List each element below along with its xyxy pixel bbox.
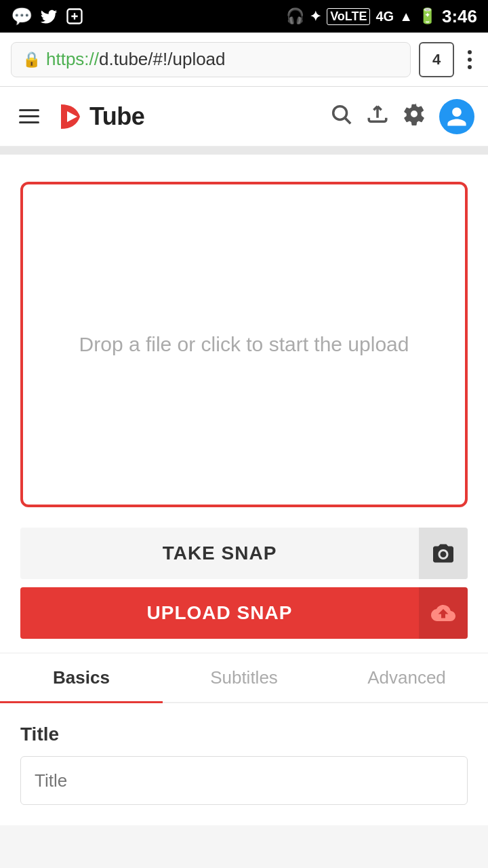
take-snap-button[interactable]: TAKE SNAP (20, 528, 468, 579)
logo: Tube (56, 102, 319, 132)
lock-icon: 🔒 (22, 51, 41, 68)
logo-text: Tube (89, 102, 144, 131)
volte-badge: VoLTE (327, 8, 370, 25)
header-icons (329, 99, 474, 134)
tabs-bar: Basics Subtitles Advanced (0, 654, 488, 703)
avatar-icon (445, 105, 468, 128)
signal-icon: ▲ (399, 9, 413, 24)
header-divider (0, 146, 488, 155)
battery-icon: 🔋 (418, 7, 436, 25)
bluetooth-icon: ✦ (310, 8, 321, 24)
upload-cloud-icon (419, 587, 468, 639)
chat-icon: 💬 (11, 6, 33, 27)
upload-icon[interactable] (366, 102, 389, 130)
twitter-icon (39, 7, 58, 26)
tab-advanced[interactable]: Advanced (325, 654, 488, 702)
upload-snap-label: UPLOAD SNAP (20, 602, 419, 624)
browser-menu-button[interactable] (462, 45, 477, 75)
form-section: Title (0, 703, 488, 825)
address-bar: 🔒 https://d.tube/#!/upload 4 (0, 33, 488, 87)
status-bar-left: 💬 (11, 6, 84, 27)
url-text: https://d.tube/#!/upload (46, 49, 226, 70)
app-header: Tube (0, 87, 488, 146)
clock: 3:46 (442, 6, 477, 27)
tab-subtitles[interactable]: Subtitles (163, 654, 325, 702)
dtube-logo-icon (56, 102, 85, 132)
tab-count-button[interactable]: 4 (419, 42, 454, 77)
network-icon: 4G (375, 9, 394, 24)
headphone-icon: 🎧 (286, 7, 304, 25)
title-label: Title (20, 724, 468, 745)
status-bar-right: 🎧 ✦ VoLTE 4G ▲ 🔋 3:46 (286, 6, 477, 27)
svg-line-3 (345, 118, 350, 123)
upload-drop-zone[interactable]: Drop a file or click to start the upload (20, 182, 468, 507)
upload-placeholder: Drop a file or click to start the upload (79, 333, 409, 356)
tab-basics[interactable]: Basics (0, 654, 163, 702)
search-icon[interactable] (329, 102, 352, 130)
status-bar: 💬 🎧 ✦ VoLTE 4G ▲ 🔋 3:46 (0, 0, 488, 33)
svg-point-2 (333, 106, 347, 120)
hamburger-menu-button[interactable] (14, 104, 45, 129)
user-avatar[interactable] (439, 99, 474, 134)
take-snap-label: TAKE SNAP (20, 542, 419, 564)
upload-snap-button[interactable]: UPLOAD SNAP (20, 587, 468, 639)
main-content: Drop a file or click to start the upload… (0, 155, 488, 652)
url-https: https:// (46, 49, 99, 69)
settings-icon[interactable] (403, 102, 426, 130)
url-bar[interactable]: 🔒 https://d.tube/#!/upload (11, 42, 411, 77)
camera-icon (419, 528, 468, 579)
url-domain: d.tube/#!/upload (99, 49, 226, 69)
title-input[interactable] (20, 756, 468, 805)
browser-icon (65, 7, 84, 26)
